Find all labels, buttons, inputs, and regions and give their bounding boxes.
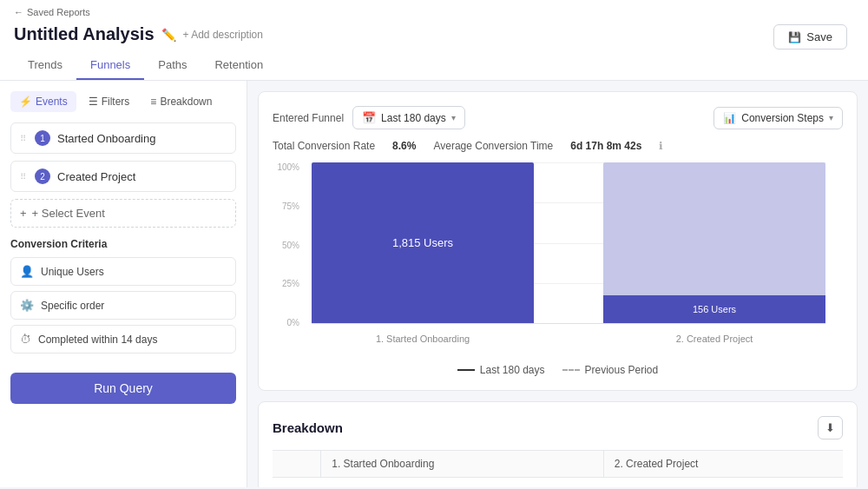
save-button[interactable]: 💾 Save [773, 24, 847, 50]
breakdown-tab-label: Breakdown [160, 96, 212, 108]
edit-icon[interactable]: ✏️ [161, 28, 176, 42]
saved-reports-link[interactable]: ← Saved Reports [14, 0, 263, 21]
select-event-label: + Select Event [32, 207, 105, 220]
chart-header: Entered Funnel 📅 Last 180 days ▾ 📊 Conve… [273, 106, 843, 129]
criteria-unique-users-label: Unique Users [41, 266, 104, 278]
download-icon: ⬇ [825, 421, 835, 434]
breakdown-col-1: 1. Started Onboarding [321, 451, 603, 478]
event-num-1: 1 [35, 130, 50, 146]
breakdown-section: Breakdown ⬇ 1. Started Onboarding 2. Cre… [258, 401, 858, 487]
events-icon: ⚡ [19, 96, 32, 108]
event-item-2[interactable]: ⠿ 2 Created Project [10, 161, 236, 192]
breakdown-title: Breakdown [273, 420, 343, 435]
y-label-100: 100% [277, 162, 299, 172]
y-label-75: 75% [282, 202, 299, 211]
avg-conversion-time-label: Average Conversion Time [433, 140, 553, 152]
drag-handle-icon-2: ⠿ [20, 172, 26, 182]
panel-tab-filters[interactable]: ☰ Filters [80, 91, 139, 112]
legend-item-previous: Previous Period [562, 364, 659, 376]
conversion-criteria-title: Conversion Criteria [10, 238, 236, 250]
legend-previous-label: Previous Period [585, 364, 659, 376]
y-label-25: 25% [282, 279, 299, 288]
event-item-1[interactable]: ⠿ 1 Started Onboarding [10, 122, 236, 154]
entered-funnel-label: Entered Funnel [273, 112, 344, 124]
bar-2-label: 156 Users [693, 304, 736, 314]
breakdown-header: Breakdown ⬇ [273, 416, 843, 439]
left-panel: ⚡ Events ☰ Filters ≡ Breakdown ⠿ 1 Start… [0, 81, 247, 487]
main-tabs: Trends Funnels Paths Retention [14, 51, 854, 80]
saved-reports-label: Saved Reports [27, 7, 90, 17]
user-icon: 👤 [20, 265, 34, 278]
top-bar: ← Saved Reports Untitled Analysis ✏️ + A… [0, 0, 868, 81]
legend-item-current: Last 180 days [457, 364, 545, 376]
criteria-completed-within[interactable]: ⏱ Completed within 14 days [10, 325, 236, 354]
drag-handle-icon: ⠿ [20, 134, 26, 143]
chart-legend: Last 180 days Previous Period [273, 364, 843, 376]
y-axis: 100% 75% 50% 25% 0% [273, 162, 303, 327]
tab-trends[interactable]: Trends [14, 51, 76, 80]
chart-section: Entered Funnel 📅 Last 180 days ▾ 📊 Conve… [258, 91, 858, 391]
breakdown-col-empty [273, 451, 321, 478]
select-event-button[interactable]: + + Select Event [10, 199, 236, 228]
criteria-unique-users[interactable]: 👤 Unique Users [10, 257, 236, 286]
y-label-0: 0% [287, 318, 299, 327]
clock-icon: ⏱ [20, 333, 31, 346]
bar-group-2: 156 Users 2. Created Project [603, 162, 825, 323]
avg-conversion-time-value: 6d 17h 8m 42s [570, 140, 641, 152]
total-conversion-rate-value: 8.6% [392, 140, 416, 152]
tab-paths[interactable]: Paths [144, 51, 201, 80]
criteria-specific-order[interactable]: ⚙️ Specific order [10, 291, 236, 320]
y-label-50: 50% [282, 241, 299, 250]
right-panel: Entered Funnel 📅 Last 180 days ▾ 📊 Conve… [247, 81, 868, 487]
total-conversion-rate-label: Total Conversion Rate [273, 140, 375, 152]
legend-line-dashed [562, 369, 580, 371]
chart-area: 100% 75% 50% 25% 0% [273, 162, 843, 354]
title-row: Untitled Analysis ✏️ + Add description [14, 21, 263, 51]
date-range-label: Last 180 days [381, 112, 446, 124]
bar-1-label: 1,815 Users [392, 236, 453, 249]
bar-chart-icon: 📊 [723, 112, 736, 124]
grid-line-0 [312, 323, 825, 324]
tab-funnels[interactable]: Funnels [76, 51, 144, 80]
panel-tabs: ⚡ Events ☰ Filters ≡ Breakdown [10, 91, 236, 112]
legend-current-label: Last 180 days [480, 364, 545, 376]
add-description-link[interactable]: + Add description [183, 29, 263, 41]
bar-1: 1,815 Users [312, 162, 534, 323]
bars-area: 1,815 Users 1. Started Onboarding 156 Us… [312, 162, 825, 323]
filters-icon: ☰ [89, 96, 98, 108]
criteria-specific-order-label: Specific order [41, 300, 104, 312]
gear-icon: ⚙️ [20, 299, 34, 312]
events-tab-label: Events [36, 96, 68, 108]
breakdown-icon: ≡ [150, 96, 156, 108]
bar-1-axis-label: 1. Started Onboarding [376, 334, 470, 344]
stats-row: Total Conversion Rate 8.6% Average Conve… [273, 140, 843, 152]
back-arrow-icon: ← [14, 7, 23, 17]
bar-2-dark: 156 Users [603, 295, 825, 323]
date-range-selector[interactable]: 📅 Last 180 days ▾ [352, 106, 465, 129]
save-label: Save [806, 30, 832, 43]
chevron-down-icon-2: ▾ [829, 113, 833, 122]
chevron-down-icon: ▾ [451, 113, 456, 122]
event-label-1: Started Onboarding [57, 132, 155, 145]
view-selector[interactable]: 📊 Conversion Steps ▾ [713, 107, 843, 129]
legend-line-solid [457, 369, 475, 371]
breakdown-col-2: 2. Created Project [603, 451, 843, 478]
main-layout: ⚡ Events ☰ Filters ≡ Breakdown ⠿ 1 Start… [0, 81, 868, 487]
page-title: Untitled Analysis [14, 24, 155, 44]
bar-2-light: 156 Users [603, 162, 825, 323]
bar-2-axis-label: 2. Created Project [676, 334, 753, 344]
view-label: Conversion Steps [741, 112, 824, 124]
panel-tab-breakdown[interactable]: ≡ Breakdown [141, 91, 220, 112]
filters-tab-label: Filters [102, 96, 130, 108]
run-query-button[interactable]: Run Query [10, 373, 236, 404]
tab-retention[interactable]: Retention [201, 51, 277, 80]
info-icon: ℹ [659, 140, 663, 152]
plus-icon: + [20, 207, 27, 220]
panel-tab-events[interactable]: ⚡ Events [10, 91, 76, 112]
save-icon: 💾 [788, 31, 801, 43]
event-num-2: 2 [35, 169, 50, 184]
breakdown-table: 1. Started Onboarding 2. Created Project [273, 450, 843, 478]
bar-group-1: 1,815 Users 1. Started Onboarding [312, 162, 534, 323]
event-label-2: Created Project [57, 170, 135, 183]
download-button[interactable]: ⬇ [818, 416, 843, 439]
